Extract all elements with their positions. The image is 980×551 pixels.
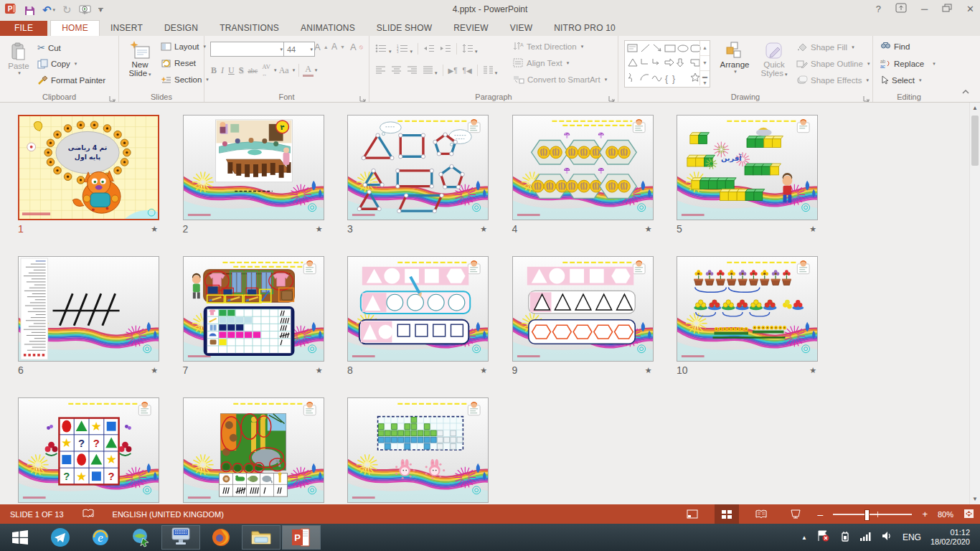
animation-star-icon[interactable]: ★ <box>151 366 158 375</box>
slide-sorter-view-button[interactable] <box>715 504 739 524</box>
powerpoint-taskbar-icon[interactable]: P <box>282 525 321 550</box>
convert-to-smartart-button[interactable]: Convert to SmartArt▾ <box>513 75 607 84</box>
character-spacing-button[interactable]: AV↔ <box>260 63 273 77</box>
slide-thumbnail-10[interactable] <box>677 256 818 362</box>
paragraph-dialog-launcher[interactable] <box>608 93 616 100</box>
zoom-percentage[interactable]: 80% <box>938 510 953 519</box>
copy-button[interactable]: Copy▾ <box>37 59 77 69</box>
help-button[interactable]: ? <box>876 4 881 14</box>
tab-home[interactable]: HOME <box>50 20 100 36</box>
text-shadow-button[interactable]: S <box>237 65 246 76</box>
power-icon[interactable] <box>839 531 850 545</box>
bullets-button[interactable]: ▾ <box>375 44 392 55</box>
slide-show-button[interactable] <box>783 504 808 524</box>
gallery-scroll-up[interactable]: ▲ <box>700 41 710 56</box>
tab-design[interactable]: DESIGN <box>154 21 209 36</box>
paste-button[interactable]: Paste▾ <box>4 42 33 76</box>
slide-thumbnail-7[interactable] <box>183 256 324 362</box>
zoom-slider-handle[interactable] <box>864 509 870 521</box>
animation-star-icon[interactable]: ★ <box>316 225 323 234</box>
bold-button[interactable]: B <box>209 65 219 76</box>
section-button[interactable]: Section▾ <box>161 75 209 84</box>
increase-indent-button[interactable] <box>440 44 451 55</box>
collapse-ribbon-button[interactable] <box>961 85 970 98</box>
fit-to-window-button[interactable] <box>963 509 974 520</box>
zoom-in-button[interactable]: + <box>922 509 928 519</box>
shape-outline-button[interactable]: Shape Outline▾ <box>796 59 870 68</box>
clipboard-dialog-launcher[interactable] <box>109 93 116 100</box>
align-center-button[interactable] <box>391 65 402 76</box>
italic-button[interactable]: I <box>219 65 226 76</box>
internet-explorer-icon[interactable]: e <box>80 524 121 551</box>
shape-fill-button[interactable]: Shape Fill▾ <box>796 42 854 52</box>
tab-slide-show[interactable]: SLIDE SHOW <box>366 21 443 36</box>
animation-star-icon[interactable]: ★ <box>316 366 323 375</box>
columns-button[interactable]: ▾ <box>483 65 498 76</box>
animation-star-icon[interactable]: ★ <box>480 225 487 234</box>
strikethrough-button[interactable]: abc <box>245 67 260 75</box>
decrease-indent-button[interactable] <box>423 44 435 55</box>
scrollbar-thumb[interactable] <box>971 116 979 166</box>
text-direction-button[interactable]: A Text Direction▾ <box>513 42 583 51</box>
increase-font-size-button[interactable]: A▲ <box>314 42 329 52</box>
find-button[interactable]: Find <box>880 42 910 51</box>
slide-thumbnail-5[interactable]: آفرین <box>677 115 818 220</box>
tab-file[interactable]: FILE <box>0 21 47 36</box>
action-center-icon[interactable] <box>816 530 829 545</box>
animation-star-icon[interactable]: ★ <box>645 225 652 234</box>
clear-formatting-button[interactable]: A⦸ <box>350 42 363 52</box>
file-explorer-icon[interactable] <box>242 525 281 550</box>
slide-thumbnail-13[interactable] <box>347 397 489 503</box>
slide-thumbnail-9[interactable] <box>512 256 654 362</box>
slide-thumbnail-3[interactable] <box>347 115 489 220</box>
reading-view-button[interactable] <box>749 504 773 524</box>
drawing-dialog-launcher[interactable] <box>863 93 870 100</box>
firefox-icon[interactable] <box>201 524 241 551</box>
close-button[interactable]: ✕ <box>966 4 974 14</box>
justify-button[interactable]: ▾ <box>423 65 438 76</box>
zoom-slider[interactable] <box>833 514 912 515</box>
font-name-combo[interactable]: ▾ <box>210 42 285 57</box>
animation-star-icon[interactable]: ★ <box>645 366 652 375</box>
rtl-direction-button[interactable]: ¶◀ <box>463 67 472 75</box>
idm-icon[interactable] <box>121 524 161 551</box>
normal-view-button[interactable] <box>680 504 705 524</box>
align-right-button[interactable] <box>407 65 418 76</box>
arrange-button[interactable]: Arrange▾ <box>716 42 753 75</box>
cut-button[interactable]: ✂Cut <box>37 42 61 53</box>
vertical-scrollbar[interactable]: ▲ ▼ <box>969 103 980 504</box>
minimize-button[interactable]: ─ <box>921 4 928 14</box>
tab-transitions[interactable]: TRANSITIONS <box>209 21 290 36</box>
font-dialog-launcher[interactable] <box>359 93 367 100</box>
align-text-button[interactable]: Align Text▾ <box>513 58 569 67</box>
slide-thumbnail-12[interactable] <box>183 397 324 503</box>
clock[interactable]: 01:1218/02/2020 <box>930 528 973 547</box>
reset-button[interactable]: Reset <box>161 59 196 67</box>
scroll-up-arrow[interactable]: ▲ <box>970 103 980 113</box>
slide-thumbnail-8[interactable] <box>347 256 489 362</box>
slide-thumbnail-2[interactable]: ۴ <box>183 115 324 220</box>
animation-star-icon[interactable]: ★ <box>480 366 487 375</box>
tab-nitro-pro-10[interactable]: NITRO PRO 10 <box>543 21 626 36</box>
layout-button[interactable]: Layout▾ <box>161 42 206 51</box>
spellcheck-icon[interactable] <box>83 509 94 520</box>
new-slide-button[interactable]: New Slide▾ <box>123 40 156 77</box>
language-indicator[interactable]: ENGLISH (UNITED KINGDOM) <box>113 510 224 519</box>
underline-button[interactable]: U <box>226 65 237 76</box>
telegram-icon[interactable] <box>40 524 80 551</box>
select-button[interactable]: Select▾ <box>880 75 921 85</box>
format-painter-button[interactable]: Format Painter <box>37 75 105 85</box>
slide-thumbnail-1[interactable]: تم 4 ریاضیپایه اول <box>18 115 159 220</box>
animation-star-icon[interactable]: ★ <box>809 225 816 234</box>
tab-animations[interactable]: ANIMATIONS <box>290 21 366 36</box>
start-button[interactable] <box>0 524 40 551</box>
slide-thumbnail-11[interactable]: ★★??★?★? <box>18 397 159 503</box>
network-icon[interactable] <box>859 531 872 544</box>
onscreen-keyboard-icon[interactable] <box>161 525 200 550</box>
replace-button[interactable]: abac Replace▾ <box>880 59 936 68</box>
align-left-button[interactable] <box>375 65 386 76</box>
animation-star-icon[interactable]: ★ <box>809 366 816 375</box>
gallery-more[interactable]: ▬▼ <box>700 71 710 88</box>
line-spacing-button[interactable]: ▾ <box>462 44 478 55</box>
volume-icon[interactable] <box>882 531 893 544</box>
